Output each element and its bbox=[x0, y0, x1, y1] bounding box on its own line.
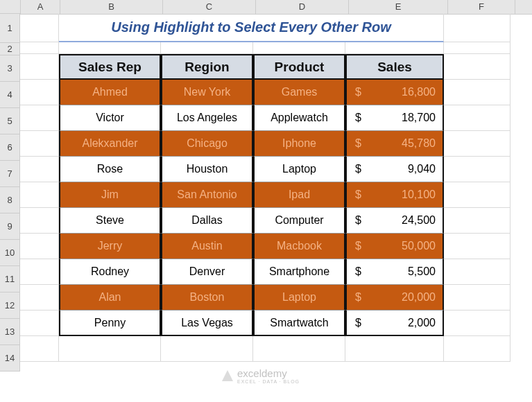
cell-sales-rep[interactable]: Alekxander bbox=[59, 131, 161, 157]
cell-sales[interactable]: $2,000 bbox=[345, 311, 444, 336]
cell-sales[interactable]: $9,040 bbox=[345, 157, 444, 182]
cell-sales[interactable]: $20,000 bbox=[345, 285, 444, 311]
cell-D2[interactable] bbox=[253, 42, 345, 54]
cell-E14[interactable] bbox=[345, 336, 444, 362]
header-sales[interactable]: Sales bbox=[345, 54, 444, 80]
row-header-11[interactable]: 11 bbox=[0, 266, 20, 292]
row-header-4[interactable]: 4 bbox=[0, 82, 20, 108]
cell-region[interactable]: Chicago bbox=[161, 131, 253, 157]
row-header-14[interactable]: 14 bbox=[0, 345, 20, 372]
cell-A10[interactable] bbox=[20, 234, 59, 259]
cell-product[interactable]: Ipad bbox=[253, 182, 345, 208]
cell-F4[interactable] bbox=[444, 80, 510, 105]
row-header-7[interactable]: 7 bbox=[0, 161, 20, 187]
cell-A3[interactable] bbox=[20, 54, 59, 80]
cell-sales-rep[interactable]: Jerry bbox=[59, 234, 161, 259]
cell-F14[interactable] bbox=[444, 336, 510, 362]
header-product[interactable]: Product bbox=[253, 54, 345, 80]
cell-product[interactable]: Computer bbox=[253, 208, 345, 234]
row-header-8[interactable]: 8 bbox=[0, 187, 20, 213]
cell-A9[interactable] bbox=[20, 208, 59, 234]
cell-F5[interactable] bbox=[444, 105, 510, 131]
cell-A12[interactable] bbox=[20, 285, 59, 311]
header-region[interactable]: Region bbox=[161, 54, 253, 80]
cell-F1[interactable] bbox=[444, 14, 510, 42]
cell-region[interactable]: Austin bbox=[161, 234, 253, 259]
header-sales-rep[interactable]: Sales Rep bbox=[59, 54, 161, 80]
row-header-1[interactable]: 1 bbox=[0, 14, 20, 43]
cell-sales[interactable]: $5,500 bbox=[345, 259, 444, 285]
cell-product[interactable]: Laptop bbox=[253, 285, 345, 311]
col-header-B[interactable]: B bbox=[60, 0, 163, 14]
cell-region[interactable]: Denver bbox=[161, 259, 253, 285]
cell-product[interactable]: Applewatch bbox=[253, 105, 345, 131]
col-header-E[interactable]: E bbox=[349, 0, 448, 14]
cell-A2[interactable] bbox=[20, 42, 59, 54]
cell-sales-rep[interactable]: Ahmed bbox=[59, 80, 161, 105]
cell-product[interactable]: Games bbox=[253, 80, 345, 105]
cell-product[interactable]: Smartwatch bbox=[253, 311, 345, 336]
cell-sales-rep[interactable]: Steve bbox=[59, 208, 161, 234]
cell-region[interactable]: New York bbox=[161, 80, 253, 105]
cell-C2[interactable] bbox=[161, 42, 253, 54]
row-header-9[interactable]: 9 bbox=[0, 213, 20, 240]
cell-F11[interactable] bbox=[444, 259, 510, 285]
cell-B14[interactable] bbox=[59, 336, 161, 362]
cell-F2[interactable] bbox=[444, 42, 510, 54]
cell-F13[interactable] bbox=[444, 311, 510, 336]
col-header-D[interactable]: D bbox=[256, 0, 349, 14]
cell-F12[interactable] bbox=[444, 285, 510, 311]
cell-F7[interactable] bbox=[444, 157, 510, 182]
cell-F8[interactable] bbox=[444, 182, 510, 208]
cell-sales[interactable]: $45,780 bbox=[345, 131, 444, 157]
row-header-3[interactable]: 3 bbox=[0, 55, 20, 82]
cell-product[interactable]: Macbook bbox=[253, 234, 345, 259]
cell-region[interactable]: Los Angeles bbox=[161, 105, 253, 131]
cell-A13[interactable] bbox=[20, 311, 59, 336]
cell-region[interactable]: San Antonio bbox=[161, 182, 253, 208]
cell-C14[interactable] bbox=[161, 336, 253, 362]
cell-A4[interactable] bbox=[20, 80, 59, 105]
cell-sales[interactable]: $16,800 bbox=[345, 80, 444, 105]
cell-A11[interactable] bbox=[20, 259, 59, 285]
cell-sales-rep[interactable]: Victor bbox=[59, 105, 161, 131]
cell-region[interactable]: Boston bbox=[161, 285, 253, 311]
col-header-A[interactable]: A bbox=[21, 0, 60, 14]
cell-sales-rep[interactable]: Penny bbox=[59, 311, 161, 336]
row-header-13[interactable]: 13 bbox=[0, 319, 20, 345]
row-header-6[interactable]: 6 bbox=[0, 134, 20, 161]
cell-sales[interactable]: $50,000 bbox=[345, 234, 444, 259]
cell-B2[interactable] bbox=[59, 42, 161, 54]
cell-A6[interactable] bbox=[20, 131, 59, 157]
cell-sales[interactable]: $24,500 bbox=[345, 208, 444, 234]
cell-F9[interactable] bbox=[444, 208, 510, 234]
row-header-5[interactable]: 5 bbox=[0, 108, 20, 134]
cell-A5[interactable] bbox=[20, 105, 59, 131]
cell-sales-rep[interactable]: Alan bbox=[59, 285, 161, 311]
col-header-C[interactable]: C bbox=[163, 0, 256, 14]
cell-F3[interactable] bbox=[444, 54, 510, 80]
cell-sales[interactable]: $10,100 bbox=[345, 182, 444, 208]
cell-region[interactable]: Houston bbox=[161, 157, 253, 182]
cell-A7[interactable] bbox=[20, 157, 59, 182]
cell-product[interactable]: Iphone bbox=[253, 131, 345, 157]
row-header-12[interactable]: 12 bbox=[0, 292, 20, 319]
cell-A8[interactable] bbox=[20, 182, 59, 208]
cell-product[interactable]: Laptop bbox=[253, 157, 345, 182]
cell-sales-rep[interactable]: Rose bbox=[59, 157, 161, 182]
cell-sales-rep[interactable]: Jim bbox=[59, 182, 161, 208]
page-title[interactable]: Using Highlight to Select Every Other Ro… bbox=[59, 14, 444, 42]
col-header-F[interactable]: F bbox=[448, 0, 515, 14]
cell-sales[interactable]: $18,700 bbox=[345, 105, 444, 131]
cell-E2[interactable] bbox=[345, 42, 444, 54]
cell-region[interactable]: Dallas bbox=[161, 208, 253, 234]
cell-A14[interactable] bbox=[20, 336, 59, 362]
cell-F10[interactable] bbox=[444, 234, 510, 259]
cell-D14[interactable] bbox=[253, 336, 345, 362]
select-all-corner[interactable] bbox=[0, 0, 21, 14]
cell-sales-rep[interactable]: Rodney bbox=[59, 259, 161, 285]
row-header-2[interactable]: 2 bbox=[0, 43, 20, 55]
row-header-10[interactable]: 10 bbox=[0, 240, 20, 266]
cell-product[interactable]: Smartphone bbox=[253, 259, 345, 285]
cell-A1[interactable] bbox=[20, 14, 59, 42]
